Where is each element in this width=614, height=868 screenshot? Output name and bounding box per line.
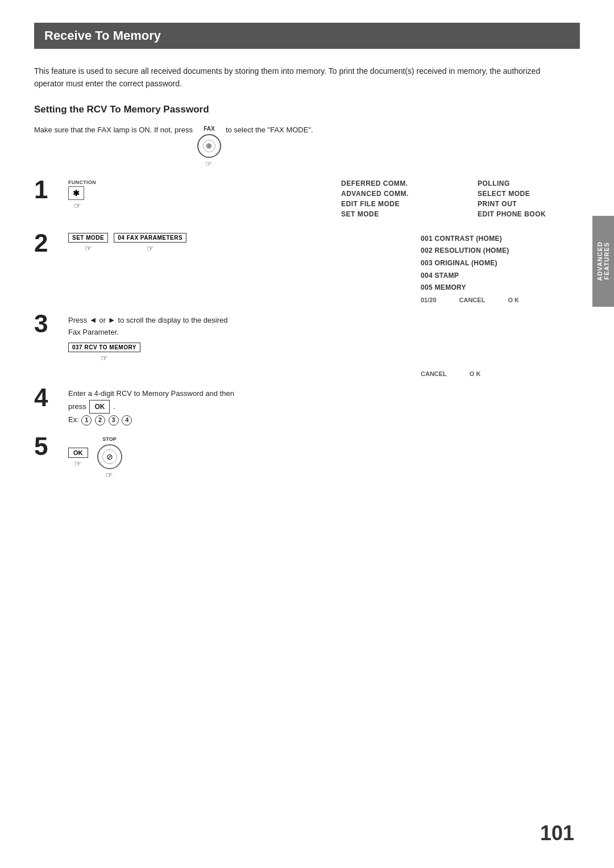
lcd-item-5: 005 MEMORY xyxy=(421,282,580,294)
fax-instruction-end: to select the "FAX MODE". xyxy=(226,126,313,134)
step-1-lcd-menu: DEFERRED COMM. POLLING ADVANCED COMM. SE… xyxy=(330,180,580,223)
lcd-cancel: CANCEL xyxy=(459,297,486,303)
lcd-menu-grid: DEFERRED COMM. POLLING ADVANCED COMM. SE… xyxy=(341,180,580,218)
step-4-content: Enter a 4-digit RCV to Memory Password a… xyxy=(68,387,580,427)
step-3-ok: O K xyxy=(470,370,481,377)
step-3-number: 3 xyxy=(34,311,68,336)
lcd-item-1: 001 CONTRAST (HOME) xyxy=(421,233,580,245)
fax-params-box: 04 FAX PARAMETERS xyxy=(114,233,186,243)
fax-instruction-area: Make sure that the FAX lamp is ON. If no… xyxy=(34,126,580,168)
page-number: 101 xyxy=(540,821,574,845)
rcv-memory-finger: ☞ xyxy=(101,353,108,362)
menu-item-3-col2: PRINT OUT xyxy=(478,200,580,208)
menu-item-3-col1: EDIT FILE MODE xyxy=(341,200,455,208)
step-4-line1: Enter a 4-digit RCV to Memory Password a… xyxy=(68,389,234,398)
step-3-text2: to scroll the display to the desired xyxy=(118,316,228,324)
step-5-row: 5 OK ☞ STOP ⊘ ☞ xyxy=(34,436,580,479)
rcv-memory-key: 037 RCV TO MEMORY ☞ xyxy=(68,343,140,362)
step-3-text3: Fax Parameter. xyxy=(68,328,119,336)
step-4-row: 4 Enter a 4-digit RCV to Memory Password… xyxy=(34,387,580,427)
menu-item-1-col1: DEFERRED COMM. xyxy=(341,180,455,187)
star-icon: ✱ xyxy=(73,189,80,198)
step-1-number: 1 xyxy=(34,177,68,202)
stop-outer-circle: ⊘ xyxy=(97,444,122,469)
step-4-text: Enter a 4-digit RCV to Memory Password a… xyxy=(68,387,580,427)
intro-text: This feature is used to secure all recei… xyxy=(34,65,546,90)
fax-instruction-text: Make sure that the FAX lamp is ON. If no… xyxy=(34,126,193,134)
lcd-footer: 01/20 CANCEL O K xyxy=(421,297,580,303)
fax-label: FAX xyxy=(204,126,214,132)
ok-key: OK ☞ xyxy=(68,448,88,468)
lcd-item-2: 002 RESOLUTION (HOME) xyxy=(421,245,580,257)
stop-symbol: ⊘ xyxy=(106,452,113,461)
step-3-lcd-footer: CANCEL O K xyxy=(421,370,580,377)
digit-3: 3 xyxy=(109,415,119,425)
stop-finger: ☞ xyxy=(106,470,113,479)
right-arrow-icon: ► xyxy=(108,315,118,324)
step-4-example: Ex: xyxy=(68,415,79,424)
menu-item-4-col2: EDIT PHONE BOOK xyxy=(478,210,580,218)
step-1-icon: FUNCTION ✱ ☞ xyxy=(68,180,330,210)
lcd-item-4: 004 STAMP xyxy=(421,270,580,282)
step-2-number: 2 xyxy=(34,231,68,256)
lcd-page: 01/20 xyxy=(421,297,437,303)
sub-heading: Setting the RCV To Memory Password xyxy=(34,104,580,115)
step-1-row: 1 FUNCTION ✱ ☞ DEFERRED COMM. POLLING AD… xyxy=(34,180,580,223)
fax-button-group: FAX ⊕ ☞ xyxy=(197,126,221,168)
step-4-number: 4 xyxy=(34,385,68,410)
step-3-cancel: CANCEL xyxy=(421,370,447,377)
step-2-lcd: 001 CONTRAST (HOME) 002 RESOLUTION (HOME… xyxy=(409,233,580,303)
step-5-icons: OK ☞ STOP ⊘ ☞ xyxy=(68,436,580,479)
step-1-content: FUNCTION ✱ ☞ xyxy=(68,180,330,210)
fax-params-key: 04 FAX PARAMETERS ☞ xyxy=(114,233,186,253)
step-2-row: 2 SET MODE ☞ 04 FAX PARAMETERS ☞ 001 CON… xyxy=(34,233,580,303)
step1-finger-icon: ☞ xyxy=(74,201,81,210)
digit-4: 4 xyxy=(122,415,132,425)
step-3-right: CANCEL O K xyxy=(409,314,580,377)
lcd-list: 001 CONTRAST (HOME) 002 RESOLUTION (HOME… xyxy=(421,233,580,294)
lcd-ok: O K xyxy=(508,297,519,303)
page-title: Receive To Memory xyxy=(34,23,580,49)
function-label: FUNCTION xyxy=(68,180,96,185)
ok-inline-box: OK xyxy=(89,400,110,414)
menu-item-1-col2: POLLING xyxy=(478,180,580,187)
step-5-number: 5 xyxy=(34,434,68,459)
step-4-period: . xyxy=(113,402,115,411)
ok-box: OK xyxy=(68,448,88,458)
fax-finger-icon: ☞ xyxy=(205,159,213,168)
lcd-item-3: 003 ORIGINAL (HOME) xyxy=(421,257,580,270)
step-3-press: Press xyxy=(68,316,87,324)
rcv-memory-box: 037 RCV TO MEMORY xyxy=(68,343,140,352)
digit-2: 2 xyxy=(95,415,105,425)
left-arrow-icon: ◄ xyxy=(89,315,99,324)
stop-button: STOP ⊘ ☞ xyxy=(97,436,122,479)
step-3-text: Press ◄ or ► to scroll the display to th… xyxy=(68,314,409,339)
side-tab-label: ADVANCEDFEATURES xyxy=(596,241,610,281)
set-mode-box: SET MODE xyxy=(68,233,108,243)
menu-item-2-col1: ADVANCED COMM. xyxy=(341,190,455,198)
step-3-content: Press ◄ or ► to scroll the display to th… xyxy=(68,314,409,363)
set-mode-finger: ☞ xyxy=(85,244,92,253)
fax-button-circle: ⊕ xyxy=(197,134,221,158)
fax-button-inner: ⊕ xyxy=(203,140,215,152)
stop-inner-icon: ⊘ xyxy=(102,449,117,464)
side-tab: ADVANCEDFEATURES xyxy=(592,216,614,307)
step-2-keys: SET MODE ☞ 04 FAX PARAMETERS ☞ xyxy=(68,233,409,253)
ok-finger: ☞ xyxy=(74,459,82,468)
set-mode-key: SET MODE ☞ xyxy=(68,233,108,253)
step-2-content: SET MODE ☞ 04 FAX PARAMETERS ☞ xyxy=(68,233,409,253)
step-5-content: OK ☞ STOP ⊘ ☞ xyxy=(68,436,580,479)
function-key-box: ✱ xyxy=(68,186,84,200)
step-4-press: press xyxy=(68,402,86,411)
fax-params-finger: ☞ xyxy=(147,244,154,253)
menu-item-2-col2: SELECT MODE xyxy=(478,190,580,198)
stop-label: STOP xyxy=(102,436,116,442)
step-3-row: 3 Press ◄ or ► to scroll the display to … xyxy=(34,314,580,377)
digit-1: 1 xyxy=(81,415,92,425)
or-text: or xyxy=(99,316,106,324)
fax-icon: ⊕ xyxy=(206,141,212,150)
page-container: ADVANCEDFEATURES Receive To Memory This … xyxy=(0,0,614,868)
menu-item-4-col1: SET MODE xyxy=(341,210,455,218)
